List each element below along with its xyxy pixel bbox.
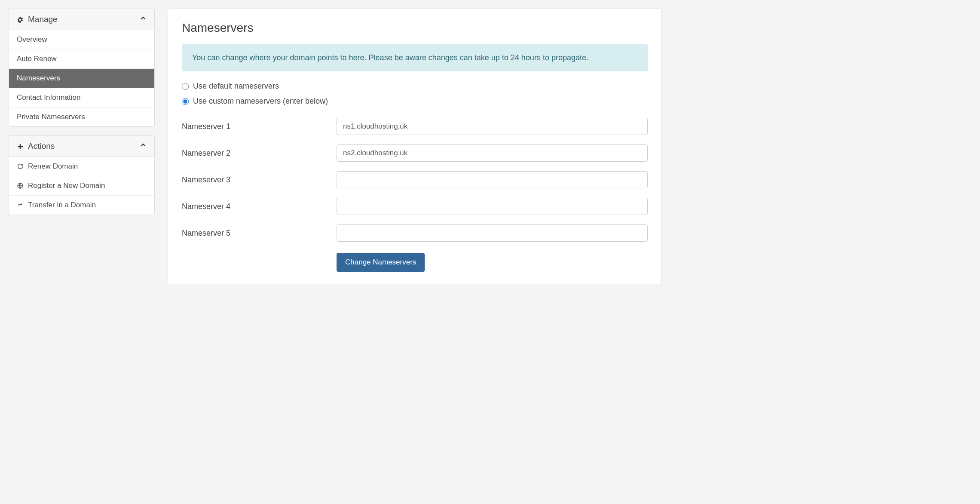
nameserver-mode-group: Use default nameservers Use custom names… [182,82,648,106]
share-icon [17,202,24,209]
plus-icon [17,143,24,150]
ns4-row: Nameserver 4 [182,198,648,215]
actions-panel-header[interactable]: Actions [9,136,154,157]
action-label: Register a New Domain [28,181,105,190]
ns1-input[interactable] [337,118,648,135]
menu-item-contact-information[interactable]: Contact Information [9,88,154,108]
ns2-label: Nameserver 2 [182,149,337,158]
ns1-row: Nameserver 1 [182,118,648,135]
globe-icon [17,182,24,189]
sidebar: Manage Overview Auto Renew Nameservers C… [9,9,155,284]
action-label: Transfer in a Domain [28,201,96,209]
manage-panel: Manage Overview Auto Renew Nameservers C… [9,9,155,127]
radio-default-label: Use default nameservers [193,82,279,91]
menu-label: Auto Renew [17,55,57,63]
gear-icon [17,16,24,23]
ns3-input[interactable] [337,171,648,188]
ns3-label: Nameserver 3 [182,175,337,184]
ns4-input[interactable] [337,198,648,215]
action-label: Renew Domain [28,162,78,171]
chevron-up-icon [140,15,147,24]
actions-menu: Renew Domain Register a New Domain Trans… [9,157,154,215]
menu-item-overview[interactable]: Overview [9,30,154,49]
submit-row: Change Nameservers [337,251,648,272]
chevron-up-icon [140,142,147,151]
menu-label: Nameservers [17,74,60,83]
radio-custom-label: Use custom nameservers (enter below) [193,97,328,106]
main-content: Nameservers You can change where your do… [168,9,662,284]
ns2-input[interactable] [337,144,648,162]
info-alert: You can change where your domain points … [182,44,648,71]
action-renew-domain[interactable]: Renew Domain [9,157,154,176]
menu-label: Private Nameservers [17,113,85,121]
change-nameservers-button[interactable]: Change Nameservers [337,253,425,272]
page-title: Nameservers [182,21,648,35]
action-transfer-domain[interactable]: Transfer in a Domain [9,196,154,215]
action-register-domain[interactable]: Register a New Domain [9,176,154,196]
radio-default-nameservers[interactable]: Use default nameservers [182,82,648,91]
menu-item-nameservers[interactable]: Nameservers [9,69,154,88]
ns5-row: Nameserver 5 [182,224,648,242]
ns5-input[interactable] [337,224,648,242]
manage-menu: Overview Auto Renew Nameservers Contact … [9,30,154,126]
actions-panel: Actions Renew Domain Register a [9,135,155,215]
refresh-icon [17,163,24,170]
menu-item-private-nameservers[interactable]: Private Nameservers [9,108,154,126]
menu-label: Overview [17,35,47,44]
actions-title: Actions [28,141,55,151]
radio-custom-nameservers[interactable]: Use custom nameservers (enter below) [182,97,648,106]
ns1-label: Nameserver 1 [182,122,337,131]
ns3-row: Nameserver 3 [182,171,648,188]
manage-panel-header[interactable]: Manage [9,9,154,30]
menu-item-auto-renew[interactable]: Auto Renew [9,49,154,69]
ns4-label: Nameserver 4 [182,202,337,211]
ns2-row: Nameserver 2 [182,144,648,162]
radio-custom-input[interactable] [182,98,189,105]
radio-default-input[interactable] [182,83,189,90]
menu-label: Contact Information [17,93,80,102]
manage-title: Manage [28,15,58,24]
ns5-label: Nameserver 5 [182,229,337,238]
